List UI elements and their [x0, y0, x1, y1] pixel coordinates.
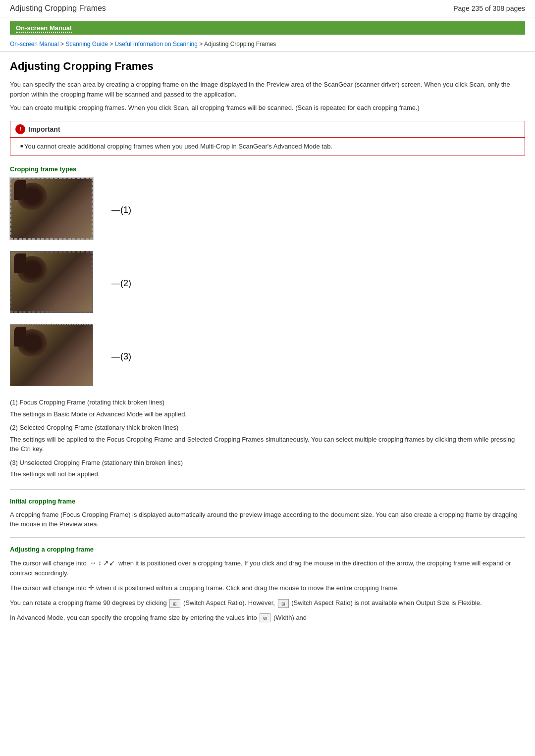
desc-title-3: (3) Unselected Cropping Frame (stationar…: [10, 458, 525, 468]
switch-aspect-icon-1: ⊞: [169, 599, 180, 608]
important-header: ! Important: [10, 121, 525, 138]
adjusting-para-3-mid: (Switch Aspect Ratio). However,: [183, 599, 277, 606]
divider-1: [10, 489, 525, 490]
desc-title-2: (2) Selected Cropping Frame (stationary …: [10, 423, 525, 433]
cursor-arrows-icon: ↔ ↕ ↗↙: [90, 558, 115, 568]
breadcrumb-sep-3: >: [199, 41, 204, 48]
intro-para-2: You can create multiple cropping frames.…: [10, 103, 525, 113]
breadcrumb-link-useful[interactable]: Useful Information on Scanning: [115, 41, 198, 48]
important-title: Important: [28, 125, 60, 133]
cursor-move-icon: ✛: [88, 583, 94, 593]
breadcrumb-sep-2: >: [109, 41, 114, 48]
important-content: You cannot create additional cropping fr…: [10, 138, 525, 155]
crop-frame-row-2: —(2): [10, 251, 525, 315]
initial-cropping-frame-section: Initial cropping frame A cropping frame …: [10, 498, 525, 529]
frame-type-2: [10, 251, 93, 313]
breadcrumb: On-screen Manual > Scanning Guide > Usef…: [0, 39, 535, 52]
adjusting-para-3-end: (Switch Aspect Ratio) is not available w…: [291, 599, 482, 606]
adjusting-para-4-suffix: (Width) and: [273, 614, 307, 621]
main-content: Adjusting Cropping Frames You can specif…: [0, 52, 535, 637]
important-item-1: You cannot create additional cropping fr…: [20, 142, 520, 151]
crop-frame-row-3: —(3): [10, 324, 525, 389]
initial-frame-heading: Initial cropping frame: [10, 498, 525, 505]
desc-detail-2: The settings will be applied to the Focu…: [10, 435, 525, 454]
frame-label-3: —(3): [111, 352, 131, 362]
breadcrumb-sep-1: >: [60, 41, 65, 48]
frame-label-2: —(2): [111, 278, 131, 289]
desc-title-1: (1) Focus Cropping Frame (rotating thick…: [10, 398, 525, 407]
adjusting-para-1-start: The cursor will change into: [10, 559, 88, 567]
header-title: Adjusting Cropping Frames: [10, 4, 106, 13]
adjusting-para-4: In Advanced Mode, you can specify the cr…: [10, 613, 525, 623]
frame-label-1: —(1): [111, 205, 131, 215]
crop-image-1: [10, 178, 97, 242]
adjusting-para-2-start: The cursor will change into: [10, 584, 88, 592]
adjusting-frame-heading: Adjusting a cropping frame: [10, 546, 525, 553]
width-input-icon: W: [260, 613, 270, 622]
frame-type-1: [10, 178, 93, 240]
banner-label: On-screen Manual: [16, 24, 72, 33]
adjusting-para-3-start: You can rotate a cropping frame 90 degre…: [10, 599, 168, 606]
intro-para-1: You can specify the scan area by creatin…: [10, 80, 525, 99]
cropping-frame-types-heading: Cropping frame types: [10, 165, 525, 173]
desc-detail-1: The settings in Basic Mode or Advanced M…: [10, 409, 525, 419]
important-list: You cannot create additional cropping fr…: [20, 142, 520, 151]
crop-frame-row-1: —(1): [10, 178, 525, 242]
switch-aspect-icon-2: ⊞: [278, 599, 289, 608]
important-icon: !: [15, 124, 25, 134]
page-title: Adjusting Cropping Frames: [10, 60, 525, 73]
arrow-diagonal-icon: ↗↙: [103, 558, 115, 568]
adjusting-para-4-text: In Advanced Mode, you can specify the cr…: [10, 614, 257, 621]
onscreen-manual-banner: On-screen Manual: [10, 21, 525, 35]
page-header: Adjusting Cropping Frames Page 235 of 30…: [0, 0, 535, 17]
frame-descriptions: (1) Focus Cropping Frame (rotating thick…: [10, 398, 525, 479]
arrow-left-right-icon: ↔: [90, 558, 97, 568]
adjusting-para-3: You can rotate a cropping frame 90 degre…: [10, 598, 525, 608]
arrow-up-down-icon: ↕: [98, 558, 102, 568]
adjusting-para-2: The cursor will change into ✛ when it is…: [10, 583, 525, 593]
crop-image-2: [10, 251, 97, 315]
important-box: ! Important You cannot create additional…: [10, 121, 525, 156]
breadcrumb-link-manual[interactable]: On-screen Manual: [10, 41, 59, 48]
desc-detail-3: The settings will not be applied.: [10, 469, 525, 479]
header-page-info: Page 235 of 308 pages: [453, 4, 525, 12]
frame-type-3: [10, 324, 93, 386]
adjusting-para-1: The cursor will change into ↔ ↕ ↗↙ when …: [10, 558, 525, 578]
adjusting-cropping-frame-section: Adjusting a cropping frame The cursor wi…: [10, 546, 525, 623]
breadcrumb-link-scanning[interactable]: Scanning Guide: [65, 41, 107, 48]
divider-2: [10, 537, 525, 538]
cropping-frame-types-section: Cropping frame types —(1) —(2) —(3): [10, 165, 525, 479]
initial-frame-para: A cropping frame (Focus Cropping Frame) …: [10, 510, 525, 529]
crop-image-3: [10, 324, 97, 389]
adjusting-para-2-end: when it is positioned within a cropping …: [96, 584, 399, 592]
breadcrumb-current: Adjusting Cropping Frames: [204, 41, 276, 48]
